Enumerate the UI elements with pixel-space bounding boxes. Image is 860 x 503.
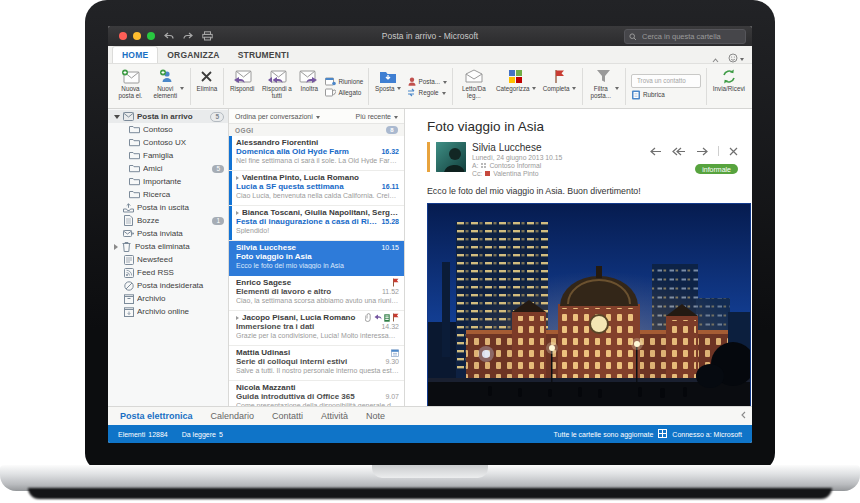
zoom-window-button[interactable] bbox=[147, 32, 155, 40]
close-window-button[interactable] bbox=[119, 32, 127, 40]
sort-order-dropdown[interactable]: Più recente bbox=[356, 113, 398, 120]
sidebar-item-bozze[interactable]: Bozze 1 bbox=[108, 214, 228, 227]
sort-by-dropdown[interactable]: Ordina per conversazioni bbox=[235, 113, 320, 120]
chevron-down-icon bbox=[740, 58, 744, 61]
tab-organizza[interactable]: ORGANIZZA bbox=[158, 47, 228, 63]
conversation-expand-icon[interactable] bbox=[236, 316, 239, 320]
sidebar-item-amici[interactable]: Amici 5 bbox=[108, 162, 228, 175]
category-badge[interactable]: informale bbox=[695, 164, 738, 174]
sidebar-item-posta-in-arrivo[interactable]: Posta in arrivo 5 bbox=[108, 110, 228, 123]
search-input[interactable] bbox=[640, 31, 741, 42]
folder-icon bbox=[129, 150, 140, 161]
sidebar-item-newsfeed[interactable]: Newsfeed bbox=[108, 253, 228, 266]
reply-all-button[interactable]: Rispondi a tutti bbox=[258, 66, 295, 107]
sidebar-item-ricerca[interactable]: Ricerca bbox=[108, 188, 228, 201]
move-button[interactable]: Sposta bbox=[372, 66, 404, 107]
delete-x-icon[interactable] bbox=[729, 142, 738, 160]
sidebar-item-contoso[interactable]: Contoso bbox=[108, 123, 228, 136]
tab-home[interactable]: HOME bbox=[112, 46, 158, 63]
collapse-ribbon-icon[interactable] bbox=[712, 49, 719, 67]
find-contact-input[interactable] bbox=[635, 76, 697, 85]
sidebar-item-contoso-ux[interactable]: Contoso UX bbox=[108, 136, 228, 149]
reply-all-icon bbox=[267, 68, 287, 84]
unread-label: Da leggere bbox=[182, 431, 216, 438]
folder-sidebar: Posta in arrivo 5 Contoso Contoso UX Fam… bbox=[108, 109, 229, 406]
reply-all-arrow-icon[interactable] bbox=[672, 142, 686, 160]
read-unread-button[interactable]: Letto/Da leg... bbox=[456, 66, 492, 107]
conversation-expand-icon[interactable] bbox=[236, 176, 239, 180]
rules-button[interactable]: Regole bbox=[407, 88, 447, 97]
message-row-5[interactable]: Jacopo Pisani, Lucia Romano Immersione t… bbox=[229, 311, 404, 346]
forward-icon bbox=[299, 68, 319, 84]
print-icon[interactable] bbox=[202, 31, 213, 41]
feedback-smiley-icon[interactable] bbox=[728, 53, 744, 63]
message-row-7[interactable]: Nicola Mazzanti Guida introduttiva di Of… bbox=[229, 381, 404, 406]
filter-email-button[interactable]: Filtra posta... bbox=[585, 66, 622, 107]
folder-search-box[interactable] bbox=[624, 29, 746, 44]
sender-avatar bbox=[436, 142, 466, 172]
attachment-button[interactable]: Allegato bbox=[325, 88, 363, 97]
nav-note[interactable]: Note bbox=[366, 411, 385, 421]
sent-icon bbox=[123, 228, 134, 239]
sidebar-item-feed-rss[interactable]: Feed RSS bbox=[108, 266, 228, 279]
sidebar-item-importante[interactable]: Importante bbox=[108, 175, 228, 188]
nav-contatti[interactable]: Contatti bbox=[272, 411, 303, 421]
expand-triangle-icon[interactable] bbox=[114, 115, 120, 119]
expand-triangle-icon[interactable] bbox=[114, 244, 118, 250]
laptop-shadow bbox=[28, 488, 832, 499]
new-mail-button[interactable]: Nuova posta el. bbox=[112, 66, 149, 107]
chevron-down-icon bbox=[572, 87, 576, 90]
reply-button[interactable]: Rispondi bbox=[227, 66, 258, 107]
new-items-button[interactable]: Nuovi elementi bbox=[150, 66, 187, 107]
collapse-nav-icon[interactable] bbox=[741, 411, 746, 421]
find-contact-box[interactable] bbox=[631, 74, 701, 88]
sidebar-item-posta-indesiderata[interactable]: Posta indesiderata bbox=[108, 279, 228, 292]
categorize-button[interactable]: Categorizza bbox=[493, 66, 539, 107]
message-row-4[interactable]: Enrico Sagese Elementi di lavoro e altro… bbox=[229, 276, 404, 311]
sidebar-item-archivio-online[interactable]: Archivio online bbox=[108, 305, 228, 318]
sidebar-item-posta-inviata[interactable]: Posta inviata bbox=[108, 227, 228, 240]
message-row-6[interactable]: Mattia Udinasi Serie di colloqui interni… bbox=[229, 346, 404, 381]
chevron-down-icon bbox=[532, 87, 536, 90]
delete-button[interactable]: Elimina bbox=[194, 66, 221, 107]
module-switcher: Posta elettronica Calendario Contatti At… bbox=[108, 406, 752, 425]
conversation-expand-icon[interactable] bbox=[236, 211, 239, 215]
junk-button[interactable]: Posta... bbox=[407, 77, 447, 86]
folder-icon bbox=[129, 176, 140, 187]
sync-status-text: Tutte le cartelle sono aggiornate bbox=[554, 431, 654, 438]
sidebar-item-posta-eliminata[interactable]: Posta eliminata bbox=[108, 240, 228, 253]
message-group-header[interactable]: OGGI 8 bbox=[229, 124, 404, 136]
distribution-list-icon bbox=[481, 163, 486, 168]
sidebar-item-archivio[interactable]: Archivio bbox=[108, 292, 228, 305]
chevron-down-icon bbox=[615, 87, 619, 90]
minimize-window-button[interactable] bbox=[133, 32, 141, 40]
email-body-text: Ecco le foto del mio viaggio in Asia. Bu… bbox=[427, 186, 752, 196]
forward-arrow-icon[interactable] bbox=[696, 142, 708, 160]
address-book-button[interactable]: Rubrica bbox=[631, 90, 701, 100]
sidebar-item-posta-in-uscita[interactable]: Posta in uscita bbox=[108, 201, 228, 214]
group-count-badge: 8 bbox=[386, 126, 398, 134]
window-controls bbox=[119, 32, 155, 40]
message-row-0[interactable]: Alessandro Fiorentini Domenica alla Old … bbox=[229, 136, 404, 171]
send-receive-button[interactable]: Invia/Ricevi bbox=[710, 66, 748, 107]
forward-button[interactable]: Inoltra bbox=[296, 66, 322, 107]
to-recipient[interactable]: Contoso Informal bbox=[489, 162, 541, 169]
meeting-button[interactable]: Riunione bbox=[325, 77, 363, 86]
follow-up-button[interactable]: Completa bbox=[540, 66, 579, 107]
attachment-icon bbox=[325, 88, 336, 97]
tab-strumenti[interactable]: STRUMENTI bbox=[229, 47, 298, 63]
sidebar-item-famiglia[interactable]: Famiglia bbox=[108, 149, 228, 162]
message-row-2[interactable]: Bianca Toscani, Giulia Napolitani, Sergi… bbox=[229, 206, 404, 241]
undo-icon[interactable] bbox=[164, 32, 174, 41]
nav-posta-elettronica[interactable]: Posta elettronica bbox=[120, 411, 193, 421]
reply-icon bbox=[232, 68, 252, 84]
message-row-1[interactable]: Valentina Pinto, Lucia Romano Lucia a SF… bbox=[229, 171, 404, 206]
newsfeed-icon bbox=[123, 254, 134, 265]
reply-arrow-icon[interactable] bbox=[650, 142, 662, 160]
cc-recipient[interactable]: Valentina Pinto bbox=[493, 170, 538, 177]
redo-icon[interactable] bbox=[183, 32, 193, 41]
nav-calendario[interactable]: Calendario bbox=[211, 411, 255, 421]
nav-attivita[interactable]: Attività bbox=[321, 411, 348, 421]
replied-arrow-icon bbox=[374, 314, 382, 321]
message-row-3-selected[interactable]: Silvia Lucchese10.15 Foto viaggio in Asi… bbox=[229, 241, 404, 276]
